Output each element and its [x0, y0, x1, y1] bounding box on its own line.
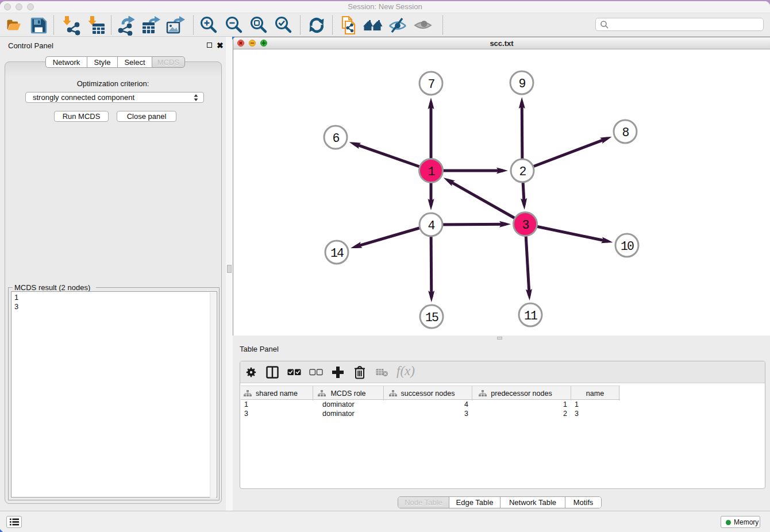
svg-text:9: 9 — [519, 77, 526, 91]
svg-text:8: 8 — [622, 126, 629, 140]
svg-text:4: 4 — [428, 219, 435, 233]
svg-text:11: 11 — [524, 309, 537, 323]
svg-text:1: 1 — [428, 165, 435, 179]
svg-text:10: 10 — [621, 240, 634, 253]
svg-text:2: 2 — [519, 165, 526, 179]
svg-text:6: 6 — [333, 132, 340, 145]
svg-text:3: 3 — [522, 218, 529, 232]
svg-text:15: 15 — [425, 311, 438, 325]
svg-text:7: 7 — [428, 78, 435, 91]
svg-text:14: 14 — [330, 246, 344, 260]
